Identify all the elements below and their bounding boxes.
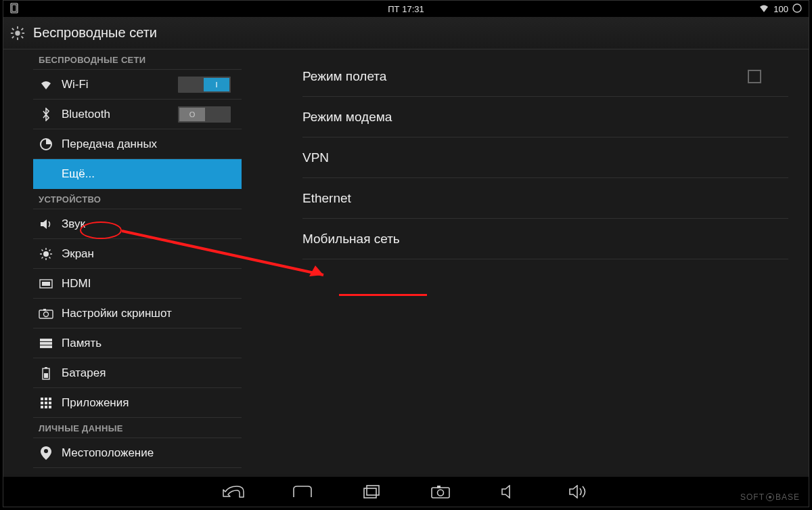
- svg-rect-33: [41, 398, 43, 400]
- svg-rect-39: [41, 406, 43, 408]
- battery-icon: [792, 3, 802, 15]
- page-title: Беспроводные сети: [33, 25, 157, 41]
- brightness-icon: [39, 247, 53, 261]
- sidebar-item-label: Bluetooth: [62, 108, 110, 121]
- storage-icon: [39, 336, 53, 351]
- svg-rect-1: [12, 5, 16, 12]
- svg-rect-23: [42, 282, 50, 286]
- svg-rect-37: [45, 402, 47, 404]
- home-button[interactable]: [288, 482, 317, 501]
- svg-rect-24: [39, 310, 53, 318]
- bluetooth-toggle[interactable]: O: [178, 106, 231, 123]
- wifi-icon: [759, 4, 769, 14]
- app-frame: ПТ 17:31 100 Беспроводные сети БЕСПРОВОД…: [3, 0, 809, 507]
- sidebar-item-location[interactable]: Местоположение: [33, 438, 242, 468]
- sidebar-item-sound[interactable]: Звук: [33, 209, 242, 239]
- detail-pane: Режим полета Режим модема VPN Ethernet М…: [242, 49, 809, 474]
- sidebar-item-more[interactable]: Ещё...: [33, 159, 242, 189]
- sidebar-item-hdmi[interactable]: HDMI: [33, 269, 242, 299]
- svg-rect-11: [21, 28, 24, 30]
- section-wireless: БЕСПРОВОДНЫЕ СЕТИ: [33, 49, 242, 70]
- blank-icon: [39, 167, 53, 182]
- battery-icon: [39, 366, 53, 381]
- volume-down-button[interactable]: [495, 482, 524, 501]
- wifi-icon: [39, 77, 53, 92]
- row-label: Ethernet: [302, 191, 351, 206]
- svg-rect-44: [367, 486, 379, 495]
- row-label: Мобильная сеть: [302, 232, 400, 247]
- svg-rect-31: [45, 367, 47, 368]
- sidebar-item-label: Местоположение: [62, 446, 154, 460]
- sidebar-item-label: Экран: [62, 247, 94, 261]
- back-button[interactable]: [219, 482, 248, 501]
- settings-icon: [10, 26, 25, 41]
- rotation-lock-icon: [9, 3, 20, 16]
- sidebar-item-storage[interactable]: Память: [33, 328, 242, 358]
- location-icon: [39, 446, 53, 461]
- svg-line-20: [42, 257, 43, 258]
- recent-button[interactable]: [357, 482, 386, 501]
- battery-level: 100: [773, 4, 788, 14]
- hdmi-icon: [39, 276, 53, 291]
- row-tether[interactable]: Режим модема: [302, 97, 788, 137]
- svg-rect-26: [43, 309, 46, 311]
- airplane-checkbox[interactable]: [748, 70, 761, 83]
- sidebar-item-apps[interactable]: Приложения: [33, 388, 242, 418]
- row-mobile[interactable]: Мобильная сеть: [302, 219, 788, 259]
- section-device: УСТРОЙСТВО: [33, 189, 242, 209]
- content-area: БЕСПРОВОДНЫЕ СЕТИ Wi-Fi I Bluetooth O: [3, 49, 809, 474]
- svg-line-21: [49, 249, 51, 251]
- row-label: VPN: [302, 150, 329, 165]
- sidebar-item-data[interactable]: Передача данных: [33, 129, 242, 159]
- svg-point-3: [15, 30, 20, 35]
- status-time: ПТ 17:31: [388, 4, 424, 14]
- svg-rect-6: [11, 33, 14, 34]
- svg-rect-10: [12, 36, 14, 39]
- sidebar-item-label: Ещё...: [62, 167, 95, 181]
- svg-rect-5: [17, 37, 18, 40]
- row-vpn[interactable]: VPN: [302, 137, 788, 178]
- svg-point-42: [44, 449, 48, 453]
- sidebar-item-label: Приложения: [62, 396, 129, 410]
- svg-point-13: [43, 251, 49, 257]
- row-label: Режим полета: [302, 69, 386, 84]
- svg-line-18: [42, 249, 43, 251]
- svg-rect-32: [44, 373, 48, 378]
- camera-icon: [39, 306, 53, 321]
- svg-rect-34: [45, 398, 47, 400]
- sidebar-item-wifi[interactable]: Wi-Fi I: [33, 70, 242, 100]
- row-airplane[interactable]: Режим полета: [302, 56, 788, 97]
- svg-line-19: [49, 257, 51, 258]
- sidebar-item-label: Память: [62, 337, 102, 350]
- sidebar-item-label: Настройки скриншот: [62, 307, 172, 320]
- apps-icon: [39, 396, 53, 410]
- watermark: SOFTBASE: [740, 492, 800, 502]
- svg-rect-4: [17, 26, 18, 28]
- sidebar-item-battery[interactable]: Батарея: [33, 358, 242, 388]
- sidebar: БЕСПРОВОДНЫЕ СЕТИ Wi-Fi I Bluetooth O: [3, 49, 242, 474]
- sidebar-item-label: Передача данных: [62, 137, 157, 151]
- sidebar-item-screenshot[interactable]: Настройки скриншот: [33, 299, 242, 328]
- svg-point-2: [793, 4, 801, 12]
- svg-rect-43: [364, 488, 376, 498]
- wifi-toggle[interactable]: I: [178, 77, 231, 93]
- svg-rect-38: [49, 402, 51, 404]
- svg-rect-29: [40, 345, 52, 348]
- sidebar-item-bluetooth[interactable]: Bluetooth O: [33, 100, 242, 129]
- status-bar: ПТ 17:31 100: [3, 1, 809, 17]
- volume-up-button[interactable]: [564, 482, 593, 501]
- section-personal: ЛИЧНЫЕ ДАННЫЕ: [33, 418, 242, 438]
- bluetooth-icon: [39, 107, 53, 122]
- title-bar: Беспроводные сети: [3, 17, 809, 49]
- sidebar-item-display[interactable]: Экран: [33, 239, 242, 269]
- svg-rect-35: [49, 398, 51, 400]
- sidebar-item-label: HDMI: [62, 277, 91, 291]
- sound-icon: [39, 217, 53, 232]
- sidebar-item-label: Батарея: [62, 366, 106, 380]
- row-ethernet[interactable]: Ethernet: [302, 178, 788, 219]
- screenshot-button[interactable]: [426, 482, 455, 501]
- svg-rect-8: [12, 28, 14, 30]
- svg-point-25: [44, 312, 49, 316]
- svg-rect-7: [22, 33, 24, 34]
- svg-rect-9: [21, 36, 24, 39]
